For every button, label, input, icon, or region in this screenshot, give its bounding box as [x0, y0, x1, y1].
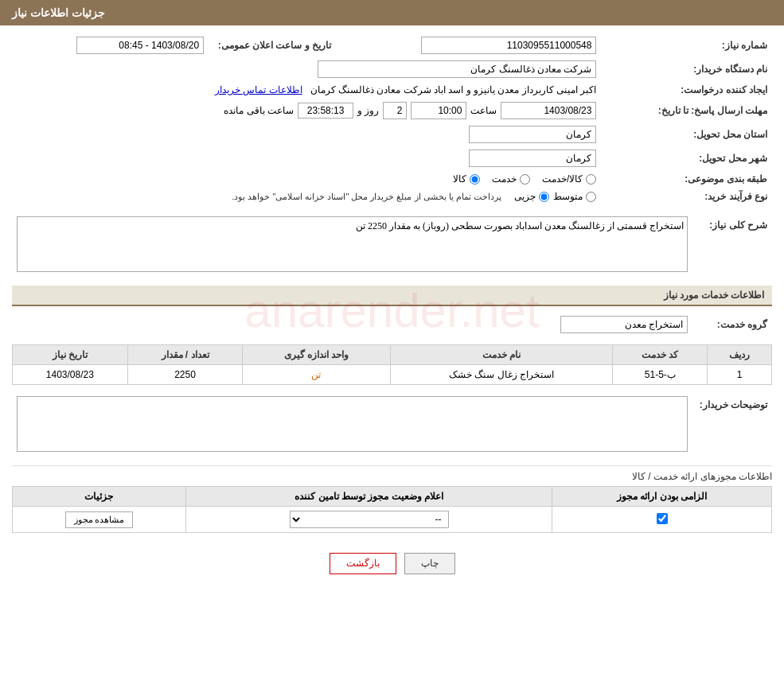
- col-unit: واحد اندازه گیری: [243, 345, 390, 365]
- cell-code: ب-5-51: [613, 365, 708, 385]
- permit-status-select[interactable]: --: [290, 511, 449, 528]
- province-label: استان محل تحویل:: [601, 122, 772, 146]
- city-input[interactable]: [469, 150, 596, 167]
- timer-suffix: ساعت باقی مانده: [224, 105, 294, 116]
- category-label: طبقه بندی موضوعی:: [601, 170, 772, 188]
- permits-table: الزامی بودن ارائه مجوز اعلام وضعیت مجوز …: [12, 486, 772, 533]
- purchase-type-medium[interactable]: متوسط: [553, 191, 596, 202]
- permits-section-title: اطلاعات مجوزهای ارائه خدمت / کالا: [12, 465, 772, 482]
- page-title: جزئیات اطلاعات نیاز: [12, 6, 105, 19]
- col-name: نام خدمت: [390, 345, 613, 365]
- service-group-input[interactable]: [560, 316, 688, 333]
- cell-qty: 2250: [127, 365, 243, 385]
- need-number-input[interactable]: [421, 37, 596, 54]
- print-button[interactable]: چاپ: [404, 553, 455, 574]
- province-input[interactable]: [469, 126, 596, 143]
- col-qty: تعداد / مقدار: [127, 345, 243, 365]
- permit-details-cell: مشاهده مجوز: [13, 507, 186, 533]
- need-description-textarea[interactable]: استخراج قسمتی از زغالسنگ معدن اسداباد بص…: [17, 216, 688, 272]
- permit-col-status: اعلام وضعیت مجوز توسط تامین کننده: [185, 487, 552, 507]
- city-label: شهر محل تحویل:: [601, 146, 772, 170]
- view-permit-button[interactable]: مشاهده مجوز: [65, 511, 134, 528]
- permit-col-required: الزامی بودن ارائه مجوز: [552, 487, 772, 507]
- purchase-type-minor[interactable]: جزیی: [514, 191, 549, 202]
- deadline-days-input[interactable]: [383, 102, 407, 119]
- cell-row: 1: [708, 365, 772, 385]
- permit-required-checkbox[interactable]: [657, 513, 668, 524]
- cell-name: استخراج زغال سنگ خشک: [390, 365, 613, 385]
- cell-unit: تن: [243, 365, 390, 385]
- cell-date: 1403/08/23: [13, 365, 128, 385]
- buyer-notes-table: توضیحات خریدار:: [12, 393, 772, 457]
- page-header: جزئیات اطلاعات نیاز: [0, 0, 784, 25]
- need-number-label: شماره نیاز:: [601, 33, 772, 57]
- buyer-notes-label: توضیحات خریدار:: [692, 393, 772, 457]
- services-section-title: اطلاعات خدمات مورد نیاز: [12, 286, 772, 306]
- bottom-buttons: چاپ بازگشت: [12, 541, 772, 586]
- service-group-label: گروه خدمت:: [692, 313, 772, 336]
- countdown-timer: 23:58:13: [298, 103, 353, 119]
- need-description-table: شرح کلی نیاز: استخراج قسمتی از زغالسنگ م…: [12, 213, 772, 278]
- deadline-date-input[interactable]: [501, 102, 596, 119]
- col-code: کد خدمت: [613, 345, 708, 365]
- deadline-time-label: ساعت: [470, 105, 497, 116]
- permit-status-cell: --: [185, 507, 552, 533]
- col-row: ردیف: [708, 345, 772, 365]
- list-item: -- مشاهده مجوز: [13, 507, 772, 533]
- announce-value-input[interactable]: [76, 37, 204, 54]
- deadline-time-input[interactable]: [411, 102, 466, 119]
- category-radio-goods-service[interactable]: کالا/خدمت: [542, 173, 596, 185]
- announce-label: تاریخ و ساعت اعلان عمومی:: [209, 33, 336, 57]
- buyer-org-input[interactable]: [318, 60, 596, 78]
- purchase-notice: پرداخت تمام یا بخشی از مبلغ خریدار محل "…: [232, 192, 501, 202]
- deadline-label: مهلت ارسال پاسخ: تا تاریخ:: [601, 99, 772, 122]
- col-date: تاریخ نیاز: [13, 345, 128, 365]
- buyer-notes-textarea[interactable]: [17, 396, 688, 452]
- table-row: 1 ب-5-51 استخراج زغال سنگ خشک تن 2250 14…: [13, 365, 772, 385]
- back-button[interactable]: بازگشت: [330, 553, 396, 574]
- main-form-table: شماره نیاز: تاریخ و ساعت اعلان عمومی: نا…: [12, 33, 772, 205]
- buyer-org-label: نام دستگاه خریدار:: [601, 57, 772, 81]
- need-desc-label: شرح کلی نیاز:: [692, 213, 772, 278]
- category-radio-goods[interactable]: کالا: [453, 173, 480, 185]
- services-table: ردیف کد خدمت نام خدمت واحد اندازه گیری ت…: [12, 344, 772, 385]
- permit-required-cell: [552, 507, 772, 533]
- requester-label: ایجاد کننده درخواست:: [601, 81, 772, 99]
- category-radio-service[interactable]: خدمت: [492, 173, 530, 185]
- requester-name: اکبر امینی کاربرداز معدن یانیزو و اسد اب…: [310, 84, 597, 95]
- purchase-type-label: نوع فرآیند خرید:: [601, 188, 772, 205]
- requester-link[interactable]: اطلاعات تماس خریدار: [215, 84, 302, 95]
- permit-col-details: جزئیات: [13, 487, 186, 507]
- timer-prefix: روز و: [357, 105, 379, 116]
- service-group-table: گروه خدمت:: [12, 313, 772, 336]
